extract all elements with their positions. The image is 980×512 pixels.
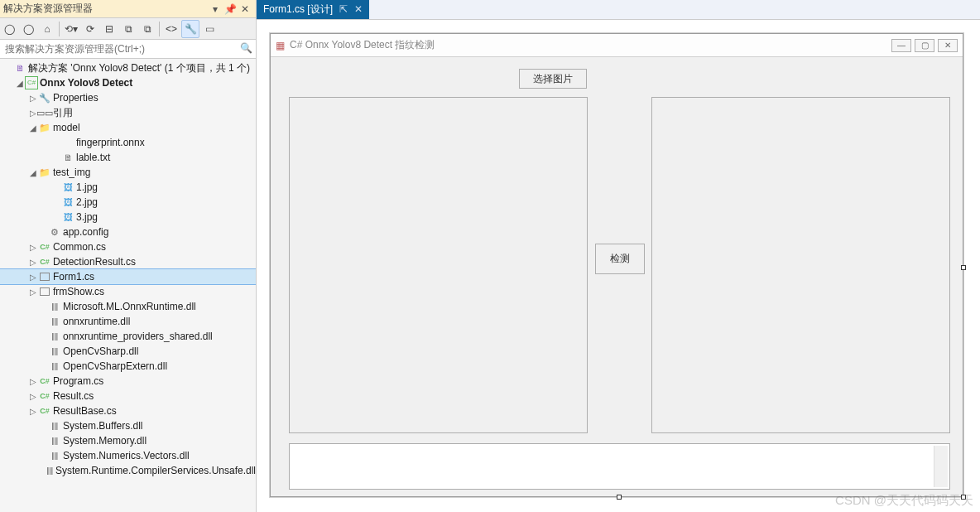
file-node[interactable]: 🖼2.jpg bbox=[0, 195, 256, 210]
panel-dropdown-icon[interactable]: ▾ bbox=[208, 2, 223, 17]
dll-icon: ∥∥ bbox=[45, 464, 54, 477]
back-icon[interactable]: ◯ bbox=[0, 20, 18, 38]
file-node[interactable]: 🖼3.jpg bbox=[0, 210, 256, 225]
showall-icon[interactable]: ⧉ bbox=[119, 20, 137, 38]
picturebox-left[interactable] bbox=[289, 97, 588, 433]
chevron-right-icon[interactable]: ▷ bbox=[28, 94, 38, 103]
file-node[interactable]: ▷C#ResultBase.cs bbox=[0, 403, 256, 418]
file-node[interactable]: ∥∥Microsoft.ML.OnnxRuntime.dll bbox=[0, 299, 256, 314]
file-node[interactable]: ∥∥System.Buffers.dll bbox=[0, 418, 256, 433]
output-textbox[interactable] bbox=[289, 443, 950, 490]
file-node[interactable]: ∥∥System.Runtime.CompilerServices.Unsafe… bbox=[0, 463, 256, 478]
dll-icon: ∥∥ bbox=[48, 345, 61, 358]
chevron-right-icon[interactable]: ▷ bbox=[28, 377, 38, 386]
close-icon[interactable]: ✕ bbox=[238, 2, 252, 17]
wrench-icon: 🔧 bbox=[38, 91, 51, 104]
collapse-icon[interactable]: ⊟ bbox=[100, 20, 118, 38]
cs-icon: C# bbox=[38, 240, 51, 254]
resize-handle-corner[interactable] bbox=[961, 495, 966, 500]
solution-icon: 🗎 bbox=[13, 61, 26, 75]
select-image-button[interactable]: 选择图片 bbox=[519, 69, 587, 89]
file-node[interactable]: ▷C#Program.cs bbox=[0, 374, 256, 389]
folder-icon: 📁 bbox=[38, 121, 51, 134]
chevron-right-icon[interactable]: ▷ bbox=[28, 407, 38, 416]
dll-icon: ∥∥ bbox=[48, 315, 61, 328]
file-node[interactable]: 🖼1.jpg bbox=[0, 180, 256, 195]
file-node[interactable]: 🗎lable.txt bbox=[0, 150, 256, 165]
dll-icon: ∥∥ bbox=[48, 360, 61, 373]
properties-node[interactable]: ▷🔧Properties bbox=[0, 90, 256, 105]
window-buttons: — ▢ ✕ bbox=[891, 39, 958, 52]
image-icon: 🖼 bbox=[61, 196, 74, 209]
solution-node[interactable]: 🗎解决方案 'Onnx Yolov8 Detect' (1 个项目，共 1 个) bbox=[0, 60, 256, 75]
config-icon: ⚙ bbox=[48, 225, 61, 239]
text-file-icon: 🗎 bbox=[61, 151, 74, 164]
panel-title: 解决方案资源管理器 bbox=[3, 2, 208, 16]
file-node[interactable]: ▷C#DetectionResult.cs bbox=[0, 254, 256, 269]
project-node[interactable]: ◢C#Onnx Yolov8 Detect bbox=[0, 75, 256, 90]
view-icon[interactable]: ▭ bbox=[200, 20, 219, 38]
file-node[interactable]: ∥∥System.Numerics.Vectors.dll bbox=[0, 448, 256, 463]
resize-handle-bottom[interactable] bbox=[617, 495, 622, 500]
search-row: 🔍 bbox=[0, 40, 256, 59]
file-node[interactable]: ∥∥onnxruntime.dll bbox=[0, 314, 256, 329]
file-node[interactable]: ▷C#Common.cs bbox=[0, 239, 256, 254]
cs-icon: C# bbox=[38, 389, 51, 403]
file-node[interactable]: ▷C#Result.cs bbox=[0, 389, 256, 403]
chevron-down-icon[interactable]: ◢ bbox=[28, 123, 38, 133]
home-icon[interactable]: ⌂ bbox=[38, 20, 56, 38]
pin-icon[interactable]: ⇱ bbox=[339, 3, 348, 15]
file-node[interactable]: ∥∥onnxruntime_providers_shared.dll bbox=[0, 329, 256, 344]
panel-titlebar: 解决方案资源管理器 ▾ 📌 ✕ bbox=[0, 0, 256, 18]
separator bbox=[159, 22, 160, 36]
chevron-right-icon[interactable]: ▷ bbox=[28, 243, 38, 252]
solution-toolbar: ◯ ◯ ⌂ ⟲▾ ⟳ ⊟ ⧉ ⧉ <> 🔧 ▭ bbox=[0, 18, 256, 40]
sync-icon[interactable]: ⟲▾ bbox=[62, 20, 80, 38]
chevron-down-icon[interactable]: ◢ bbox=[28, 168, 38, 177]
file-node[interactable]: fingerprint.onnx bbox=[0, 135, 256, 150]
folder-testimg-node[interactable]: ◢📁test_img bbox=[0, 165, 256, 180]
image-icon: 🖼 bbox=[61, 181, 74, 194]
cs-icon: C# bbox=[38, 255, 51, 268]
file-node[interactable]: ▷frmShow.cs bbox=[0, 284, 256, 299]
chevron-down-icon[interactable]: ◢ bbox=[15, 79, 25, 88]
file-form1-node[interactable]: ▷Form1.cs bbox=[0, 269, 256, 284]
chevron-right-icon[interactable]: ▷ bbox=[28, 258, 38, 267]
close-button[interactable]: ✕ bbox=[938, 39, 958, 52]
picturebox-right[interactable] bbox=[651, 97, 950, 433]
dll-icon: ∥∥ bbox=[48, 419, 61, 432]
chevron-right-icon[interactable]: ▷ bbox=[28, 392, 38, 401]
file-node[interactable]: ∥∥OpenCvSharpExtern.dll bbox=[0, 359, 256, 374]
image-icon: 🖼 bbox=[61, 210, 74, 224]
resize-handle-right[interactable] bbox=[961, 265, 966, 270]
refresh-icon[interactable]: ⟳ bbox=[81, 20, 99, 38]
detect-button[interactable]: 检测 bbox=[595, 244, 645, 274]
minimize-button[interactable]: — bbox=[891, 39, 911, 52]
file-node[interactable]: ⚙app.config bbox=[0, 225, 256, 239]
document-tabstrip: Form1.cs [设计] ⇱ ✕ bbox=[257, 0, 980, 20]
close-icon[interactable]: ✕ bbox=[354, 3, 363, 15]
forward-icon[interactable]: ◯ bbox=[19, 20, 37, 38]
design-surface[interactable]: ▦ C# Onnx Yolov8 Detect 指纹检测 — ▢ ✕ 选择图片 … bbox=[257, 20, 980, 512]
maximize-button[interactable]: ▢ bbox=[915, 39, 934, 52]
form-icon bbox=[38, 270, 51, 283]
folder-model-node[interactable]: ◢📁model bbox=[0, 120, 256, 135]
references-node[interactable]: ▷▭▭引用 bbox=[0, 105, 256, 120]
file-node[interactable]: ∥∥OpenCvSharp.dll bbox=[0, 344, 256, 359]
tab-form1-design[interactable]: Form1.cs [设计] ⇱ ✕ bbox=[257, 0, 369, 19]
preview-icon[interactable]: ⧉ bbox=[138, 20, 156, 38]
code-icon[interactable]: <> bbox=[162, 20, 180, 38]
search-input[interactable] bbox=[0, 40, 256, 58]
references-icon: ▭▭ bbox=[38, 106, 51, 119]
file-node[interactable]: ∥∥System.Memory.dll bbox=[0, 433, 256, 448]
chevron-right-icon[interactable]: ▷ bbox=[28, 273, 38, 282]
chevron-right-icon[interactable]: ▷ bbox=[28, 287, 38, 297]
search-icon[interactable]: 🔍 bbox=[240, 42, 252, 54]
properties-icon[interactable]: 🔧 bbox=[181, 20, 199, 38]
dll-icon: ∥∥ bbox=[48, 300, 61, 313]
solution-tree: 🗎解决方案 'Onnx Yolov8 Detect' (1 个项目，共 1 个)… bbox=[0, 59, 256, 512]
winform-canvas[interactable]: ▦ C# Onnx Yolov8 Detect 指纹检测 — ▢ ✕ 选择图片 … bbox=[270, 33, 963, 497]
window-title: C# Onnx Yolov8 Detect 指纹检测 bbox=[290, 38, 886, 52]
app-icon: ▦ bbox=[276, 40, 285, 51]
pin-icon[interactable]: 📌 bbox=[223, 2, 238, 17]
